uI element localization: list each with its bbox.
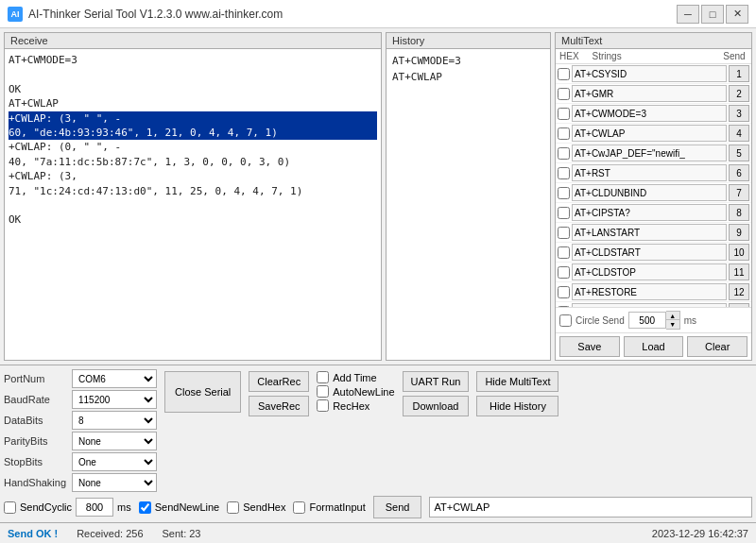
close-button[interactable]: ✕ [726, 5, 748, 24]
port-label: StopBits [4, 452, 70, 471]
send-cyclic-checkbox[interactable] [4, 501, 16, 514]
history-content[interactable]: AT+CWMODE=3AT+CWLAP [387, 49, 550, 360]
multitext-send-button[interactable]: 5 [729, 144, 749, 161]
multitext-hex-checkbox[interactable] [558, 147, 570, 160]
port-select[interactable]: One [72, 452, 157, 471]
main-content: Receive AT+CWMODE=3 OKAT+CWLAP+CWLAP: (3… [0, 28, 756, 543]
send-hex-label: SendHex [243, 501, 285, 513]
multitext-string-input[interactable] [572, 65, 727, 82]
port-label: DataBits [4, 411, 70, 430]
multitext-string-input[interactable] [572, 204, 727, 221]
multitext-item: 10 [556, 243, 751, 263]
multitext-string-input[interactable] [572, 224, 727, 241]
history-item[interactable]: AT+CWMODE=3 [390, 53, 546, 69]
spinner-down-button[interactable]: ▼ [666, 320, 679, 329]
multitext-item: 8 [556, 203, 751, 223]
clear-rec-button[interactable]: ClearRec [249, 371, 309, 392]
multitext-item: 11 [556, 263, 751, 282]
multitext-string-input[interactable] [572, 263, 727, 280]
format-input-checkbox[interactable] [293, 501, 305, 514]
multitext-hex-checkbox[interactable] [558, 127, 570, 140]
send-cyclic-input[interactable] [76, 498, 113, 517]
hide-multitext-button[interactable]: Hide MultiText [476, 371, 558, 392]
hide-history-button[interactable]: Hide History [476, 396, 558, 416]
receive-line: OK [9, 82, 377, 96]
rec-hex-label: RecHex [333, 400, 369, 412]
receive-content[interactable]: AT+CWMODE=3 OKAT+CWLAP+CWLAP: (3, " ", -… [5, 49, 381, 360]
save-rec-button[interactable]: SaveRec [249, 396, 309, 416]
multitext-hex-checkbox[interactable] [558, 227, 570, 239]
multitext-send-button[interactable]: 2 [729, 85, 749, 102]
spinner-buttons: ▲ ▼ [666, 311, 680, 330]
multitext-send-button[interactable]: 11 [729, 263, 749, 280]
receive-line: +CWLAP: (0, " ", - [9, 140, 377, 154]
circle-send-ms: ms [684, 315, 696, 326]
app-icon: AI [8, 7, 23, 22]
format-input-row: FormatInput [293, 501, 365, 514]
rec-hex-checkbox[interactable] [317, 399, 329, 412]
multitext-string-input[interactable] [572, 283, 727, 300]
multitext-hex-checkbox[interactable] [558, 246, 570, 259]
multitext-item: 4 [556, 124, 751, 144]
multitext-hex-checkbox[interactable] [558, 187, 570, 199]
status-bar: Send OK ! Received: 256 Sent: 23 2023-12… [0, 522, 756, 543]
panels-row: Receive AT+CWMODE=3 OKAT+CWLAP+CWLAP: (3… [0, 28, 756, 365]
close-serial-button[interactable]: Close Serial [164, 371, 241, 413]
port-select[interactable]: COM6 [72, 369, 157, 388]
multitext-send-button[interactable]: 9 [729, 224, 749, 241]
send-input[interactable] [429, 497, 752, 518]
port-select[interactable]: None [72, 473, 157, 492]
multitext-hex-checkbox[interactable] [558, 108, 570, 120]
uart-run-button[interactable]: UART Run [403, 371, 470, 392]
multitext-save-button[interactable]: Save [559, 336, 620, 357]
multitext-load-button[interactable]: Load [624, 336, 684, 357]
multitext-string-input[interactable] [572, 164, 727, 181]
port-select[interactable]: None [72, 432, 157, 450]
receive-panel-label: Receive [5, 33, 381, 49]
circle-send-checkbox[interactable] [559, 314, 572, 327]
auto-newline-checkbox[interactable] [317, 385, 329, 398]
minimize-button[interactable]: ─ [677, 5, 699, 24]
history-item[interactable]: AT+CWLAP [390, 69, 546, 85]
receive-line: AT+CWLAP [9, 96, 377, 110]
multitext-string-input[interactable] [572, 184, 727, 201]
multitext-string-input[interactable] [572, 144, 727, 161]
multitext-send-button[interactable]: 4 [729, 125, 749, 142]
multitext-hex-checkbox[interactable] [558, 68, 570, 80]
receive-line [9, 198, 377, 212]
multitext-send-button[interactable]: 1 [729, 65, 749, 82]
port-select[interactable]: 8 [72, 411, 157, 430]
multitext-hex-checkbox[interactable] [558, 167, 570, 179]
multitext-send-button[interactable]: 12 [729, 283, 749, 300]
maximize-button[interactable]: □ [701, 5, 724, 24]
multitext-string-input[interactable] [572, 105, 727, 122]
multitext-send-button[interactable]: 7 [729, 184, 749, 201]
send-ok-status: Send OK ! [8, 528, 58, 539]
history-panel-label: History [387, 33, 550, 49]
multitext-hex-checkbox[interactable] [558, 207, 570, 219]
multitext-string-input[interactable] [572, 244, 727, 261]
multitext-send-button[interactable]: 3 [729, 105, 749, 122]
circle-send-spinner: ▲ ▼ [628, 311, 680, 330]
circle-send-input[interactable] [628, 312, 666, 329]
add-time-checkbox[interactable] [317, 371, 329, 383]
port-label: ParityBits [4, 432, 70, 450]
multitext-hex-checkbox[interactable] [558, 266, 570, 279]
send-newline-checkbox[interactable] [139, 501, 151, 514]
download-button[interactable]: Download [403, 396, 470, 416]
multitext-string-input[interactable] [572, 125, 727, 142]
send-hex-checkbox[interactable] [227, 501, 239, 514]
multitext-list: 12345678910111213 [556, 64, 751, 307]
multitext-string-input[interactable] [572, 85, 727, 102]
send-button[interactable]: Send [373, 496, 422, 518]
multitext-hex-checkbox[interactable] [558, 286, 570, 298]
multitext-send-button[interactable]: 6 [729, 164, 749, 181]
multitext-hex-checkbox[interactable] [558, 88, 570, 100]
receive-line: 40, "7a:11:dc:5b:87:7c", 1, 3, 0, 0, 0, … [9, 155, 377, 169]
multitext-clear-button[interactable]: Clear [687, 336, 747, 357]
multitext-send-button[interactable]: 10 [729, 244, 749, 261]
spinner-up-button[interactable]: ▲ [666, 312, 679, 320]
port-select[interactable]: 115200 [72, 390, 157, 409]
multitext-item: 3 [556, 104, 751, 124]
multitext-send-button[interactable]: 8 [729, 204, 749, 221]
